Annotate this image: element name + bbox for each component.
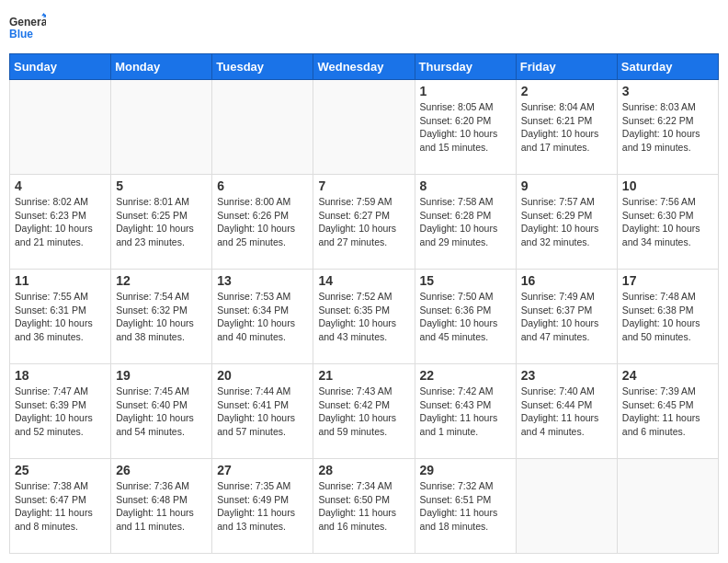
calendar-cell: 10Sunrise: 7:56 AM Sunset: 6:30 PM Dayli… <box>617 175 718 270</box>
day-info: Sunrise: 7:43 AM Sunset: 6:42 PM Dayligh… <box>318 385 409 439</box>
calendar-cell: 6Sunrise: 8:00 AM Sunset: 6:26 PM Daylig… <box>212 175 313 270</box>
day-info: Sunrise: 7:55 AM Sunset: 6:31 PM Dayligh… <box>15 290 106 344</box>
calendar-cell <box>516 459 617 554</box>
day-info: Sunrise: 7:32 AM Sunset: 6:51 PM Dayligh… <box>420 479 511 534</box>
day-number: 15 <box>420 273 511 288</box>
calendar-cell: 1Sunrise: 8:05 AM Sunset: 6:20 PM Daylig… <box>415 80 516 175</box>
day-info: Sunrise: 7:57 AM Sunset: 6:29 PM Dayligh… <box>521 195 612 249</box>
day-number: 22 <box>420 368 511 383</box>
day-number: 3 <box>622 84 713 98</box>
calendar-header: SundayMondayTuesdayWednesdayThursdayFrid… <box>10 54 719 80</box>
weekday-monday: Monday <box>111 54 212 80</box>
day-info: Sunrise: 8:03 AM Sunset: 6:22 PM Dayligh… <box>622 100 713 155</box>
calendar-week-row: 18Sunrise: 7:47 AM Sunset: 6:39 PM Dayli… <box>10 364 719 459</box>
day-number: 8 <box>420 178 511 193</box>
day-info: Sunrise: 7:48 AM Sunset: 6:38 PM Dayligh… <box>622 290 713 344</box>
day-number: 5 <box>116 178 207 193</box>
calendar-cell: 28Sunrise: 7:34 AM Sunset: 6:50 PM Dayli… <box>313 459 415 554</box>
day-number: 7 <box>318 178 409 193</box>
weekday-tuesday: Tuesday <box>212 54 313 80</box>
day-number: 4 <box>15 178 106 193</box>
day-number: 24 <box>622 368 713 383</box>
day-info: Sunrise: 7:45 AM Sunset: 6:40 PM Dayligh… <box>116 385 207 439</box>
day-info: Sunrise: 7:40 AM Sunset: 6:44 PM Dayligh… <box>521 385 612 439</box>
calendar-cell: 15Sunrise: 7:50 AM Sunset: 6:36 PM Dayli… <box>415 270 516 364</box>
calendar-cell: 21Sunrise: 7:43 AM Sunset: 6:42 PM Dayli… <box>313 364 415 459</box>
weekday-friday: Friday <box>516 54 617 80</box>
day-info: Sunrise: 7:39 AM Sunset: 6:45 PM Dayligh… <box>622 385 713 439</box>
weekday-wednesday: Wednesday <box>313 54 415 80</box>
calendar-cell: 5Sunrise: 8:01 AM Sunset: 6:25 PM Daylig… <box>111 175 212 270</box>
calendar-cell <box>617 459 718 554</box>
logo-svg: General Blue <box>9 9 46 46</box>
svg-text:Blue: Blue <box>9 28 33 40</box>
calendar-cell: 19Sunrise: 7:45 AM Sunset: 6:40 PM Dayli… <box>111 364 212 459</box>
calendar-cell: 16Sunrise: 7:49 AM Sunset: 6:37 PM Dayli… <box>516 270 617 364</box>
day-number: 18 <box>15 368 106 383</box>
day-info: Sunrise: 7:47 AM Sunset: 6:39 PM Dayligh… <box>15 385 106 439</box>
day-number: 12 <box>116 273 207 288</box>
day-number: 6 <box>217 178 308 193</box>
calendar-week-row: 4Sunrise: 8:02 AM Sunset: 6:23 PM Daylig… <box>10 175 719 270</box>
day-info: Sunrise: 7:38 AM Sunset: 6:47 PM Dayligh… <box>15 479 106 534</box>
day-info: Sunrise: 8:02 AM Sunset: 6:23 PM Dayligh… <box>15 195 106 249</box>
calendar-table: SundayMondayTuesdayWednesdayThursdayFrid… <box>9 53 719 554</box>
weekday-thursday: Thursday <box>415 54 516 80</box>
day-info: Sunrise: 8:00 AM Sunset: 6:26 PM Dayligh… <box>217 195 308 249</box>
day-info: Sunrise: 8:01 AM Sunset: 6:25 PM Dayligh… <box>116 195 207 249</box>
calendar-week-row: 11Sunrise: 7:55 AM Sunset: 6:31 PM Dayli… <box>10 270 719 364</box>
calendar-week-row: 1Sunrise: 8:05 AM Sunset: 6:20 PM Daylig… <box>10 80 719 175</box>
day-number: 27 <box>217 463 308 477</box>
header: General Blue <box>9 9 719 46</box>
calendar-cell: 22Sunrise: 7:42 AM Sunset: 6:43 PM Dayli… <box>415 364 516 459</box>
calendar-body: 1Sunrise: 8:05 AM Sunset: 6:20 PM Daylig… <box>10 80 719 554</box>
svg-text:General: General <box>9 16 46 29</box>
day-info: Sunrise: 8:05 AM Sunset: 6:20 PM Dayligh… <box>420 100 511 155</box>
day-info: Sunrise: 7:53 AM Sunset: 6:34 PM Dayligh… <box>217 290 308 344</box>
day-number: 16 <box>521 273 612 288</box>
calendar-cell: 25Sunrise: 7:38 AM Sunset: 6:47 PM Dayli… <box>10 459 111 554</box>
calendar-cell <box>313 80 415 175</box>
day-info: Sunrise: 8:04 AM Sunset: 6:21 PM Dayligh… <box>521 100 612 155</box>
calendar-cell: 9Sunrise: 7:57 AM Sunset: 6:29 PM Daylig… <box>516 175 617 270</box>
calendar-week-row: 25Sunrise: 7:38 AM Sunset: 6:47 PM Dayli… <box>10 459 719 554</box>
weekday-sunday: Sunday <box>10 54 111 80</box>
day-number: 28 <box>318 463 409 477</box>
day-number: 9 <box>521 178 612 193</box>
weekday-row: SundayMondayTuesdayWednesdayThursdayFrid… <box>10 54 719 80</box>
calendar-cell: 26Sunrise: 7:36 AM Sunset: 6:48 PM Dayli… <box>111 459 212 554</box>
day-info: Sunrise: 7:42 AM Sunset: 6:43 PM Dayligh… <box>420 385 511 439</box>
day-number: 25 <box>15 463 106 477</box>
day-number: 13 <box>217 273 308 288</box>
day-info: Sunrise: 7:59 AM Sunset: 6:27 PM Dayligh… <box>318 195 409 249</box>
calendar-cell: 4Sunrise: 8:02 AM Sunset: 6:23 PM Daylig… <box>10 175 111 270</box>
calendar-cell: 24Sunrise: 7:39 AM Sunset: 6:45 PM Dayli… <box>617 364 718 459</box>
day-number: 29 <box>420 463 511 477</box>
day-number: 20 <box>217 368 308 383</box>
day-number: 23 <box>521 368 612 383</box>
calendar-cell: 12Sunrise: 7:54 AM Sunset: 6:32 PM Dayli… <box>111 270 212 364</box>
page: General Blue SundayMondayTuesdayWednesda… <box>0 0 728 563</box>
calendar-cell: 29Sunrise: 7:32 AM Sunset: 6:51 PM Dayli… <box>415 459 516 554</box>
calendar-cell: 17Sunrise: 7:48 AM Sunset: 6:38 PM Dayli… <box>617 270 718 364</box>
day-number: 10 <box>622 178 713 193</box>
day-number: 1 <box>420 84 511 98</box>
calendar-cell: 8Sunrise: 7:58 AM Sunset: 6:28 PM Daylig… <box>415 175 516 270</box>
day-info: Sunrise: 7:49 AM Sunset: 6:37 PM Dayligh… <box>521 290 612 344</box>
calendar-cell: 11Sunrise: 7:55 AM Sunset: 6:31 PM Dayli… <box>10 270 111 364</box>
calendar-cell <box>111 80 212 175</box>
calendar-cell: 7Sunrise: 7:59 AM Sunset: 6:27 PM Daylig… <box>313 175 415 270</box>
calendar-cell <box>10 80 111 175</box>
day-number: 2 <box>521 84 612 98</box>
calendar-cell: 2Sunrise: 8:04 AM Sunset: 6:21 PM Daylig… <box>516 80 617 175</box>
day-number: 14 <box>318 273 409 288</box>
day-info: Sunrise: 7:36 AM Sunset: 6:48 PM Dayligh… <box>116 479 207 534</box>
day-number: 26 <box>116 463 207 477</box>
day-number: 19 <box>116 368 207 383</box>
day-info: Sunrise: 7:44 AM Sunset: 6:41 PM Dayligh… <box>217 385 308 439</box>
day-number: 11 <box>15 273 106 288</box>
day-info: Sunrise: 7:58 AM Sunset: 6:28 PM Dayligh… <box>420 195 511 249</box>
calendar-cell: 14Sunrise: 7:52 AM Sunset: 6:35 PM Dayli… <box>313 270 415 364</box>
calendar-cell: 3Sunrise: 8:03 AM Sunset: 6:22 PM Daylig… <box>617 80 718 175</box>
day-info: Sunrise: 7:35 AM Sunset: 6:49 PM Dayligh… <box>217 479 308 534</box>
